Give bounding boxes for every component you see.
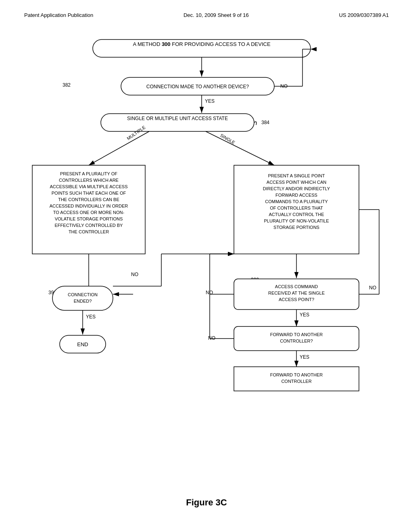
svg-text:NO: NO <box>131 272 138 277</box>
svg-text:YES: YES <box>300 354 309 360</box>
svg-text:CONNECTION: CONNECTION <box>68 292 98 297</box>
figure-label: Figure 3C <box>0 497 413 508</box>
svg-text:CONTROLLER: CONTROLLER <box>281 379 311 384</box>
svg-text:FORWARD ACCESS: FORWARD ACCESS <box>275 193 317 197</box>
svg-line-20 <box>206 131 274 165</box>
svg-text:ACCESSIBLE VIA MULTIPLE ACCESS: ACCESSIBLE VIA MULTIPLE ACCESS <box>50 184 128 189</box>
svg-text:YES: YES <box>300 312 309 318</box>
svg-text:ACCESS POINT WHICH CAN: ACCESS POINT WHICH CAN <box>267 180 326 185</box>
svg-text:SINGLE: SINGLE <box>219 133 236 145</box>
svg-text:YES: YES <box>205 98 215 104</box>
svg-text:NO: NO <box>208 335 215 341</box>
svg-text:NO: NO <box>369 285 376 291</box>
svg-text:ENDED?: ENDED? <box>74 299 92 303</box>
page-header: Patent Application Publication Dec. 10, … <box>0 0 413 22</box>
svg-text:PRESENT A SINGLE POINT: PRESENT A SINGLE POINT <box>268 173 325 178</box>
svg-text:OF CONTROLLERS THAT: OF CONTROLLERS THAT <box>270 206 323 210</box>
svg-text:PLURALITY OF NON-VOLATILE: PLURALITY OF NON-VOLATILE <box>264 218 329 223</box>
diagram-area: A METHOD 300 FOR PROVIDING ACCESS TO A D… <box>0 28 413 504</box>
svg-text:RECEIVED AT THE SINGLE: RECEIVED AT THE SINGLE <box>268 291 325 295</box>
svg-text:YES: YES <box>86 314 96 320</box>
svg-text:A METHOD 300 FOR PROVIDING ACC: A METHOD 300 FOR PROVIDING ACCESS TO A D… <box>133 41 271 47</box>
flowchart-svg: A METHOD 300 FOR PROVIDING ACCESS TO A D… <box>0 28 413 472</box>
svg-text:FORWARD TO ANOTHER: FORWARD TO ANOTHER <box>270 332 323 337</box>
svg-text:FORWARD TO ANOTHER: FORWARD TO ANOTHER <box>270 372 323 377</box>
svg-text:VOLATILE STORAGE PORTIONS: VOLATILE STORAGE PORTIONS <box>55 216 123 221</box>
svg-text:TO ACCESS ONE OR MORE NON-: TO ACCESS ONE OR MORE NON- <box>53 210 125 215</box>
svg-text:382: 382 <box>63 82 71 88</box>
svg-text:ACCESS POINT?: ACCESS POINT? <box>279 297 314 302</box>
svg-text:ACCESSED INDIVIDUALLY IN ORDER: ACCESSED INDIVIDUALLY IN ORDER <box>50 204 128 208</box>
header-left: Patent Application Publication <box>24 12 93 18</box>
svg-text:NO: NO <box>206 290 213 295</box>
svg-rect-61 <box>52 286 113 310</box>
svg-text:DIRECTLY AND/OR INDIRECTLY: DIRECTLY AND/OR INDIRECTLY <box>263 186 330 191</box>
svg-text:END: END <box>77 341 88 347</box>
svg-text:COMMANDS TO A PLURALITY: COMMANDS TO A PLURALITY <box>265 199 328 204</box>
header-center: Dec. 10, 2009 Sheet 9 of 16 <box>184 12 249 18</box>
header-right: US 2009/0307389 A1 <box>339 12 389 18</box>
svg-text:SINGLE OR MULTIPLE UNIT ACCESS: SINGLE OR MULTIPLE UNIT ACCESS STATE <box>127 116 228 121</box>
svg-text:ACCESS COMMAND: ACCESS COMMAND <box>275 284 318 289</box>
svg-text:THE CONTROLLER: THE CONTROLLER <box>69 229 109 234</box>
svg-text:CONTROLLERS WHICH ARE: CONTROLLERS WHICH ARE <box>59 178 119 183</box>
svg-text:EFFECTIVELY CONTROLLED BY: EFFECTIVELY CONTROLLED BY <box>55 223 123 228</box>
svg-line-18 <box>89 131 149 165</box>
svg-text:THE CONTROLLERS CAN BE: THE CONTROLLERS CAN BE <box>58 197 119 202</box>
svg-text:CONNECTION MADE TO ANOTHER DEV: CONNECTION MADE TO ANOTHER DEVICE? <box>146 84 249 89</box>
svg-text:ACTUALLY CONTROL THE: ACTUALLY CONTROL THE <box>269 212 324 217</box>
svg-text:POINTS SUCH THAT EACH ONE OF: POINTS SUCH THAT EACH ONE OF <box>52 191 126 195</box>
svg-text:CONTROLLER?: CONTROLLER? <box>280 339 313 343</box>
svg-text:STORAGE PORTIONS: STORAGE PORTIONS <box>273 225 319 230</box>
svg-text:PRESENT A PLURALITY OF: PRESENT A PLURALITY OF <box>60 171 117 176</box>
svg-text:384: 384 <box>261 120 269 125</box>
